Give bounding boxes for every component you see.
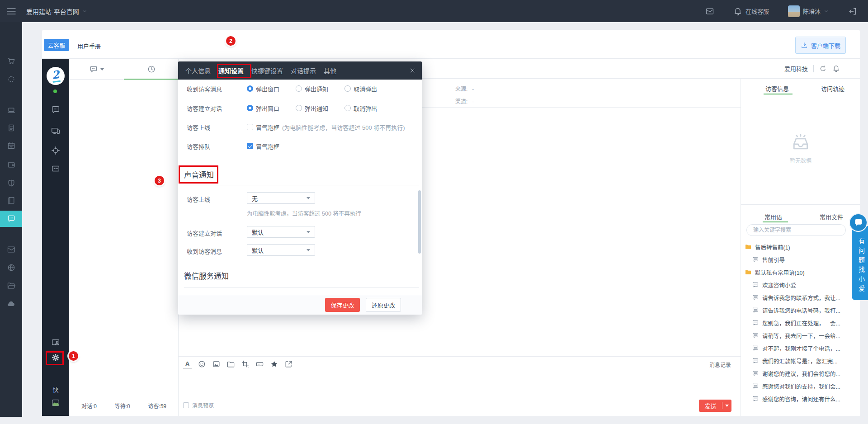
phrase-item[interactable]: 请稍等，我去问一下，一会给... — [741, 329, 860, 342]
visitor-monitor-icon[interactable] — [51, 338, 61, 348]
phrase-note-icon — [752, 294, 759, 301]
phrase-item[interactable]: 售前引导 — [741, 253, 860, 266]
globe-icon[interactable] — [0, 259, 22, 276]
send-options-dropdown[interactable] — [722, 405, 731, 407]
conversations-icon[interactable] — [51, 105, 61, 115]
phrase-item[interactable]: 对不起，我刚才接了个电话，... — [741, 342, 860, 354]
quick-label[interactable]: 快 — [42, 385, 69, 394]
user-menu[interactable]: 陈培沐 — [788, 5, 829, 17]
envelope-icon[interactable] — [0, 241, 22, 258]
wallet-icon[interactable] — [0, 156, 22, 173]
radio-no-popup[interactable] — [344, 105, 351, 111]
bubble-note: (为电脑性能考虑，当访客超过 500 将不再执行) — [282, 123, 405, 132]
chevron-down-icon — [725, 405, 729, 407]
tab-dialog-hints[interactable]: 对话提示 — [291, 66, 316, 75]
message-preview-checkbox[interactable] — [183, 402, 189, 408]
logout-button[interactable] — [848, 7, 857, 16]
quick-phrase-button[interactable] — [255, 360, 264, 368]
clock-icon — [147, 65, 156, 74]
tab-history[interactable] — [124, 59, 179, 80]
tab-cloud-service[interactable]: 云客服 — [44, 39, 69, 51]
radio-popup-window[interactable] — [247, 85, 253, 92]
online-service-button[interactable]: 在线客服 — [733, 7, 769, 16]
empty-state: 暂无数据 — [741, 133, 860, 164]
phrase-item[interactable]: 您别急，我们正在处理，一会... — [741, 316, 860, 329]
font-style-button[interactable]: A — [183, 360, 192, 368]
tab-visit-track[interactable]: 访问轨迹 — [821, 84, 844, 93]
refresh-icon[interactable] — [819, 65, 827, 72]
close-icon[interactable] — [409, 67, 416, 74]
tab-notification-settings[interactable]: 通知设置 — [218, 66, 244, 75]
message-history-link[interactable]: 消息记录 — [709, 361, 731, 368]
phrase-folder[interactable]: 售后转售前(1) — [741, 240, 860, 253]
tab-common-files[interactable]: 常用文件 — [820, 212, 843, 221]
locate-icon[interactable] — [51, 146, 61, 155]
tab-shortcut-settings[interactable]: 快捷键设置 — [251, 66, 283, 75]
radio-no-popup[interactable] — [344, 85, 351, 92]
stat-visitors: 访客:59 — [148, 402, 166, 410]
sound-online-select[interactable]: 无 — [247, 192, 315, 204]
agent-avatar[interactable]: 2 — [47, 67, 65, 85]
document-icon[interactable] — [0, 120, 22, 136]
book-icon[interactable] — [0, 193, 22, 209]
tab-other[interactable]: 其他 — [324, 66, 336, 75]
radio-popup-window[interactable] — [247, 105, 253, 111]
devices-icon[interactable] — [51, 126, 61, 136]
mail-icon[interactable] — [705, 7, 714, 16]
radio-popup-notice[interactable] — [296, 85, 302, 92]
phrase-item[interactable]: 我们的汇款帐号是：，您汇完... — [741, 354, 860, 367]
customer-service-icon[interactable] — [0, 211, 22, 227]
sound-conversation-select[interactable]: 默认 — [247, 226, 315, 238]
emoji-button[interactable] — [198, 360, 206, 368]
tab-conversations[interactable] — [69, 59, 124, 80]
sound-message-select[interactable]: 默认 — [247, 244, 315, 256]
site-switcher[interactable]: 爱用建站-平台官网 — [26, 7, 87, 16]
send-label: 发送 — [699, 401, 722, 410]
left-icon-rail — [0, 22, 22, 417]
share-button[interactable] — [284, 360, 293, 368]
calendar-icon[interactable] — [0, 137, 22, 154]
tab-user-manual[interactable]: 用户手册 — [77, 42, 101, 50]
help-widget-bubble[interactable] — [849, 213, 868, 232]
phrase-search-input[interactable] — [746, 224, 846, 236]
tab-visitor-info[interactable]: 访客信息 — [765, 84, 789, 93]
tab-common-phrases[interactable]: 常用语 — [764, 212, 782, 221]
image-note-icon[interactable] — [51, 398, 61, 408]
dialog-scrollbar[interactable] — [418, 190, 421, 254]
folder-open-icon[interactable] — [0, 278, 22, 294]
phrase-folder[interactable]: 默认私有常用语(10) — [741, 266, 860, 278]
sound-section-title: 声音通知 — [184, 169, 214, 180]
bell-icon[interactable] — [832, 65, 840, 72]
tab-personal-info[interactable]: 个人信息 — [185, 66, 211, 75]
cloud-icon[interactable] — [0, 296, 22, 312]
phrase-item[interactable]: 欢迎咨询小爱 — [741, 278, 860, 291]
shield-icon[interactable] — [0, 175, 22, 191]
screenshot-button[interactable] — [241, 360, 250, 368]
app-root: 爱用建站-平台官网 在线客服 陈培沐 — [0, 0, 868, 424]
bubble-checkbox-checked[interactable] — [247, 143, 253, 149]
bubble-checkbox[interactable] — [247, 124, 253, 130]
phrase-item[interactable]: 请告诉我您的电话号码，我打... — [741, 304, 860, 316]
gear-icon[interactable] — [51, 353, 61, 363]
laptop-icon[interactable] — [0, 102, 22, 118]
phrase-item[interactable]: 请告诉我您的联系方式，我让... — [741, 291, 860, 304]
id-card-icon[interactable] — [51, 164, 61, 174]
radio-popup-notice[interactable] — [296, 105, 302, 111]
file-button[interactable] — [226, 360, 235, 368]
send-button[interactable]: 发送 — [699, 400, 731, 412]
menu-icon[interactable] — [6, 6, 17, 17]
phrase-item[interactable]: 感谢您的咨询，请问还有什么... — [741, 392, 860, 405]
favorite-button[interactable] — [270, 360, 278, 368]
client-download-button[interactable]: 客户端下载 — [795, 37, 846, 54]
phrase-item[interactable]: 感谢您对我们的支持，我们会... — [741, 380, 860, 392]
spinner-icon[interactable] — [0, 71, 22, 87]
channel-label: 渠道: — [455, 99, 467, 105]
cart-icon[interactable] — [0, 53, 22, 69]
row-label: 访客排队 — [187, 142, 210, 151]
image-button[interactable] — [212, 360, 221, 368]
annotation-1: 1 — [69, 351, 78, 361]
revert-button[interactable]: 还原更改 — [366, 298, 401, 312]
save-button[interactable]: 保存更改 — [325, 298, 360, 312]
phrase-item[interactable]: 谢谢您的建议，我们会将您的... — [741, 367, 860, 380]
help-widget-tab[interactable]: 有问题找小爱 — [852, 226, 868, 300]
